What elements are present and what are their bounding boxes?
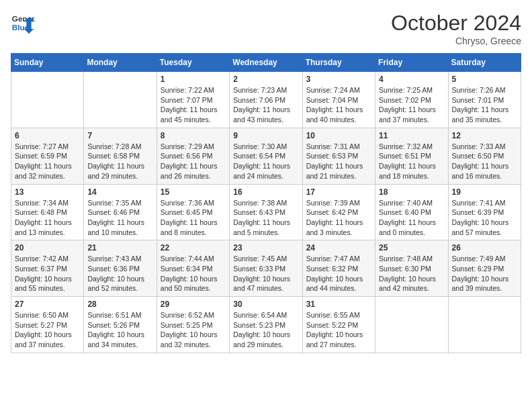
day-info: Sunrise: 7:47 AMSunset: 6:32 PMDaylight:… (306, 254, 371, 293)
day-info: Sunrise: 7:31 AMSunset: 6:53 PMDaylight:… (306, 142, 371, 181)
day-number: 29 (161, 300, 226, 309)
day-info: Sunrise: 7:26 AMSunset: 7:01 PMDaylight:… (452, 85, 517, 125)
day-cell: 15Sunrise: 7:36 AMSunset: 6:45 PMDayligh… (157, 184, 229, 240)
day-info: Sunrise: 7:24 AMSunset: 7:04 PMDaylight:… (306, 85, 371, 125)
day-number: 28 (87, 300, 152, 309)
day-info: Sunrise: 7:42 AMSunset: 6:37 PMDaylight:… (15, 254, 80, 293)
day-number: 10 (306, 131, 371, 140)
day-info: Sunrise: 7:39 AMSunset: 6:42 PMDaylight:… (306, 198, 371, 238)
day-info: Sunrise: 7:28 AMSunset: 6:58 PMDaylight:… (87, 142, 152, 181)
day-info: Sunrise: 7:30 AMSunset: 6:54 PMDaylight:… (233, 142, 298, 181)
day-info: Sunrise: 7:27 AMSunset: 6:59 PMDaylight:… (15, 142, 80, 181)
day-number: 14 (87, 187, 152, 197)
day-number: 3 (306, 75, 371, 84)
day-number: 13 (15, 187, 80, 197)
day-number: 18 (379, 187, 444, 197)
day-info: Sunrise: 7:48 AMSunset: 6:30 PMDaylight:… (379, 254, 444, 293)
day-cell (375, 297, 448, 353)
day-cell: 28Sunrise: 6:51 AMSunset: 5:26 PMDayligh… (84, 297, 157, 353)
day-cell: 9Sunrise: 7:30 AMSunset: 6:54 PMDaylight… (230, 128, 302, 184)
title-block: October 2024 Chryso, Greece (391, 11, 521, 46)
day-number: 7 (87, 131, 152, 140)
day-number: 4 (379, 75, 444, 84)
day-number: 9 (233, 131, 298, 140)
day-cell: 3Sunrise: 7:24 AMSunset: 7:04 PMDaylight… (302, 72, 375, 128)
day-info: Sunrise: 6:51 AMSunset: 5:26 PMDaylight:… (87, 310, 152, 350)
logo-icon: General Blue (11, 11, 35, 35)
day-number: 31 (306, 300, 371, 309)
week-row-2: 6Sunrise: 7:27 AMSunset: 6:59 PMDaylight… (11, 128, 521, 184)
day-number: 16 (233, 187, 298, 197)
day-number: 22 (161, 243, 226, 253)
col-header-friday: Friday (375, 54, 448, 72)
day-info: Sunrise: 7:44 AMSunset: 6:34 PMDaylight:… (161, 254, 226, 293)
day-cell (448, 297, 521, 353)
day-number: 20 (15, 243, 80, 253)
day-cell: 12Sunrise: 7:33 AMSunset: 6:50 PMDayligh… (448, 128, 521, 184)
day-number: 15 (161, 187, 226, 197)
day-cell: 14Sunrise: 7:35 AMSunset: 6:46 PMDayligh… (84, 184, 157, 240)
col-header-tuesday: Tuesday (157, 54, 229, 72)
logo: General Blue (11, 11, 35, 35)
day-cell: 8Sunrise: 7:29 AMSunset: 6:56 PMDaylight… (157, 128, 229, 184)
day-info: Sunrise: 7:36 AMSunset: 6:45 PMDaylight:… (161, 198, 226, 238)
day-number: 27 (15, 300, 80, 309)
day-cell: 2Sunrise: 7:23 AMSunset: 7:06 PMDaylight… (230, 72, 302, 128)
day-cell: 23Sunrise: 7:45 AMSunset: 6:33 PMDayligh… (230, 240, 302, 297)
day-cell (84, 72, 157, 128)
day-number: 23 (233, 243, 298, 253)
day-number: 2 (233, 75, 298, 84)
day-number: 19 (452, 187, 517, 197)
day-info: Sunrise: 7:49 AMSunset: 6:29 PMDaylight:… (452, 254, 517, 293)
day-cell: 13Sunrise: 7:34 AMSunset: 6:48 PMDayligh… (11, 184, 84, 240)
day-number: 30 (233, 300, 298, 309)
week-row-3: 13Sunrise: 7:34 AMSunset: 6:48 PMDayligh… (11, 184, 521, 240)
day-cell: 24Sunrise: 7:47 AMSunset: 6:32 PMDayligh… (302, 240, 375, 297)
day-cell: 29Sunrise: 6:52 AMSunset: 5:25 PMDayligh… (157, 297, 229, 353)
day-number: 17 (306, 187, 371, 197)
day-cell: 1Sunrise: 7:22 AMSunset: 7:07 PMDaylight… (157, 72, 229, 128)
day-info: Sunrise: 7:40 AMSunset: 6:40 PMDaylight:… (379, 198, 444, 238)
day-cell: 20Sunrise: 7:42 AMSunset: 6:37 PMDayligh… (11, 240, 84, 297)
day-cell (11, 72, 84, 128)
day-cell: 17Sunrise: 7:39 AMSunset: 6:42 PMDayligh… (302, 184, 375, 240)
day-info: Sunrise: 7:29 AMSunset: 6:56 PMDaylight:… (161, 142, 226, 181)
day-info: Sunrise: 6:54 AMSunset: 5:23 PMDaylight:… (233, 310, 298, 350)
day-number: 21 (87, 243, 152, 253)
day-info: Sunrise: 7:34 AMSunset: 6:48 PMDaylight:… (15, 198, 80, 238)
week-row-5: 27Sunrise: 6:50 AMSunset: 5:27 PMDayligh… (11, 297, 521, 353)
day-number: 12 (452, 131, 517, 140)
day-info: Sunrise: 7:22 AMSunset: 7:07 PMDaylight:… (161, 85, 226, 125)
day-info: Sunrise: 6:55 AMSunset: 5:22 PMDaylight:… (306, 310, 371, 350)
day-number: 26 (452, 243, 517, 253)
day-cell: 4Sunrise: 7:25 AMSunset: 7:02 PMDaylight… (375, 72, 448, 128)
day-number: 25 (379, 243, 444, 253)
day-cell: 26Sunrise: 7:49 AMSunset: 6:29 PMDayligh… (448, 240, 521, 297)
day-info: Sunrise: 7:43 AMSunset: 6:36 PMDaylight:… (87, 254, 152, 293)
day-number: 11 (379, 131, 444, 140)
day-cell: 10Sunrise: 7:31 AMSunset: 6:53 PMDayligh… (302, 128, 375, 184)
day-cell: 25Sunrise: 7:48 AMSunset: 6:30 PMDayligh… (375, 240, 448, 297)
day-cell: 31Sunrise: 6:55 AMSunset: 5:22 PMDayligh… (302, 297, 375, 353)
day-info: Sunrise: 6:52 AMSunset: 5:25 PMDaylight:… (161, 310, 226, 350)
day-number: 5 (452, 75, 517, 84)
col-header-saturday: Saturday (448, 54, 521, 72)
day-cell: 22Sunrise: 7:44 AMSunset: 6:34 PMDayligh… (157, 240, 229, 297)
day-number: 6 (15, 131, 80, 140)
day-cell: 21Sunrise: 7:43 AMSunset: 6:36 PMDayligh… (84, 240, 157, 297)
day-cell: 7Sunrise: 7:28 AMSunset: 6:58 PMDaylight… (84, 128, 157, 184)
header-row: SundayMondayTuesdayWednesdayThursdayFrid… (11, 54, 521, 72)
day-info: Sunrise: 7:41 AMSunset: 6:39 PMDaylight:… (452, 198, 517, 238)
col-header-thursday: Thursday (302, 54, 375, 72)
day-info: Sunrise: 7:23 AMSunset: 7:06 PMDaylight:… (233, 85, 298, 125)
month-title: October 2024 (391, 11, 521, 36)
day-number: 24 (306, 243, 371, 253)
day-info: Sunrise: 7:32 AMSunset: 6:51 PMDaylight:… (379, 142, 444, 181)
day-number: 1 (161, 75, 226, 84)
day-info: Sunrise: 7:35 AMSunset: 6:46 PMDaylight:… (87, 198, 152, 238)
day-cell: 18Sunrise: 7:40 AMSunset: 6:40 PMDayligh… (375, 184, 448, 240)
day-cell: 27Sunrise: 6:50 AMSunset: 5:27 PMDayligh… (11, 297, 84, 353)
week-row-4: 20Sunrise: 7:42 AMSunset: 6:37 PMDayligh… (11, 240, 521, 297)
week-row-1: 1Sunrise: 7:22 AMSunset: 7:07 PMDaylight… (11, 72, 521, 128)
day-number: 8 (161, 131, 226, 140)
